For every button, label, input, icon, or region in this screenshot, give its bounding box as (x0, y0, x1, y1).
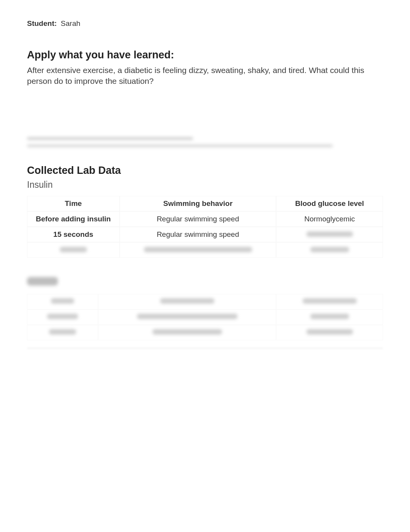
table-shadow (27, 347, 383, 349)
lab-table-insulin: Time Swimming behavior Blood glucose lev… (27, 196, 383, 258)
table-row-blurred (27, 294, 383, 309)
cell-time: Before adding insulin (27, 211, 120, 227)
blurred-cell (98, 325, 276, 340)
apply-question: After extensive exercise, a diabetic is … (27, 65, 383, 87)
blurred-cell (276, 242, 383, 258)
cell-glucose-blurred (276, 227, 383, 242)
blurred-cell (276, 294, 383, 309)
blurred-cell (276, 309, 383, 325)
table-row: 15 seconds Regular swimming speed (27, 227, 383, 242)
lab-subtitle: Insulin (27, 180, 383, 190)
cell-behavior: Regular swimming speed (120, 211, 276, 227)
cell-glucose: Normoglycemic (276, 211, 383, 227)
apply-heading: Apply what you have learned: (27, 49, 383, 61)
table-header-row: Time Swimming behavior Blood glucose lev… (27, 196, 383, 211)
table-row-blurred (27, 242, 383, 258)
blurred-cell (27, 242, 120, 258)
blurred-cell (27, 309, 98, 325)
blurred-answer (27, 137, 383, 147)
cell-behavior: Regular swimming speed (120, 227, 276, 242)
blurred-cell (98, 309, 276, 325)
table-row-blurred (27, 309, 383, 325)
table-header-behavior: Swimming behavior (120, 196, 276, 211)
blurred-cell (27, 294, 98, 309)
blurred-cell (27, 325, 98, 340)
table-row: Before adding insulin Regular swimming s… (27, 211, 383, 227)
table-row-blurred (27, 325, 383, 340)
cell-time: 15 seconds (27, 227, 120, 242)
blurred-cell (98, 294, 276, 309)
blurred-cell (276, 325, 383, 340)
blurred-line (27, 137, 193, 140)
blurred-line (27, 144, 333, 147)
lab-data-heading: Collected Lab Data (27, 165, 383, 177)
blurred-section-title (27, 277, 383, 294)
table-header-time: Time (27, 196, 120, 211)
table-header-glucose: Blood glucose level (276, 196, 383, 211)
lab-table-blurred (27, 294, 383, 340)
student-line: Student: Sarah (27, 19, 383, 28)
student-label: Student: (27, 19, 57, 27)
student-name: Sarah (61, 19, 80, 27)
blurred-cell (120, 242, 276, 258)
